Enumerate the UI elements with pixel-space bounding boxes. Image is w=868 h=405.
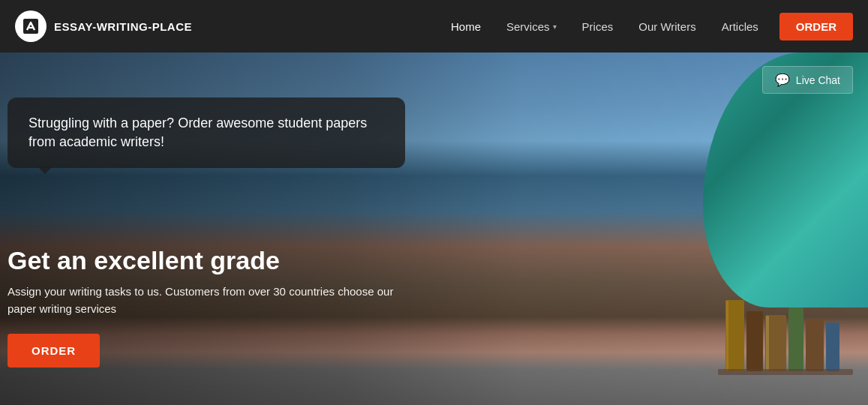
chat-icon: 💬 (775, 73, 790, 87)
hero-section: 💬 Live Chat Struggling with a paper? Ord… (0, 52, 868, 405)
live-chat-label: Live Chat (796, 74, 840, 86)
nav-order-button[interactable]: Order (779, 13, 853, 40)
hero-order-button[interactable]: ORDER (8, 334, 100, 368)
live-chat-button[interactable]: 💬 Live Chat (762, 66, 853, 94)
nav-prices[interactable]: Prices (572, 14, 624, 39)
speech-bubble: Struggling with a paper? Order awesome s… (8, 98, 405, 168)
nav-articles[interactable]: Articles (711, 14, 769, 39)
hero-content: Get an excellent grade Assign your writi… (8, 245, 420, 368)
svg-rect-7 (806, 319, 824, 371)
services-chevron-icon: ▾ (553, 22, 557, 31)
svg-rect-9 (718, 369, 853, 375)
logo-icon (15, 10, 47, 42)
brand-name: ESSAY-WRITING-PLACE (54, 20, 192, 33)
nav-our-writers[interactable]: Our Writers (628, 14, 706, 39)
svg-rect-6 (788, 308, 803, 371)
logo-area[interactable]: ESSAY-WRITING-PLACE (15, 10, 192, 42)
speech-bubble-text: Struggling with a paper? Order awesome s… (29, 116, 367, 149)
nav-services[interactable]: Services ▾ (496, 14, 567, 39)
nav-links: Home Services ▾ Prices Our Writers Artic… (440, 13, 853, 40)
svg-rect-3 (746, 311, 763, 371)
hero-books-decoration (718, 285, 853, 375)
svg-rect-5 (766, 316, 769, 370)
hero-subtext: Assign your writing tasks to us. Custome… (8, 284, 420, 317)
svg-rect-2 (726, 301, 728, 370)
svg-rect-0 (23, 19, 38, 34)
navbar: ESSAY-WRITING-PLACE Home Services ▾ Pric… (0, 0, 868, 52)
svg-rect-8 (826, 322, 839, 371)
nav-home[interactable]: Home (440, 14, 491, 39)
hero-headline: Get an excellent grade (8, 245, 420, 276)
